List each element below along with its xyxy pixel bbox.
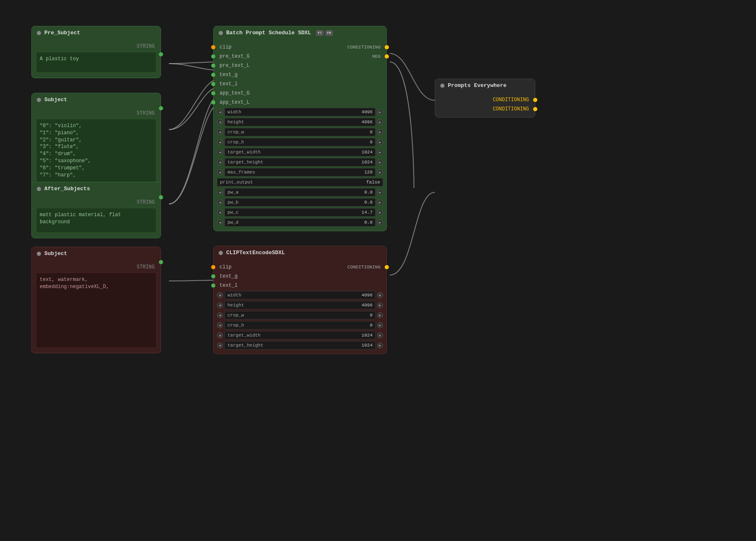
clip-width-dec[interactable]: ◀ [217,292,223,298]
pre-subject-node: Pre_Subject STRING A plastic toy [31,26,161,78]
batch-width-inc[interactable]: ▶ [377,109,383,115]
batch-pw-c-slider[interactable]: ◀ pw_c 14.7 ▶ [214,207,386,217]
batch-height-dec[interactable]: ◀ [217,119,223,125]
batch-clip-port: clip CONDITIONING [214,43,386,52]
clip-crop-h-slider[interactable]: ◀ crop_h 0 ▶ [214,320,386,330]
clip-text-l-port: text_l [214,281,386,290]
clip-target-height-slider[interactable]: ◀ target_height 1024 ▶ [214,340,386,350]
subject-red-string-out[interactable] [159,260,163,264]
clip-text-g-in[interactable] [211,274,215,278]
batch-pw-d-inc[interactable]: ▶ [377,219,383,225]
clip-text-header: CLIPTextEncodeSDXL [214,246,386,259]
batch-target-height-dec[interactable]: ◀ [217,159,223,165]
icon-fn: FN [325,30,333,36]
clip-conditioning-out[interactable] [385,265,389,269]
batch-pw-a-inc[interactable]: ▶ [377,189,383,195]
clip-crop-w-slider[interactable]: ◀ crop_w 0 ▶ [214,310,386,320]
after-subjects-string-out[interactable] [159,195,163,199]
clip-text-clip-in[interactable] [211,265,215,269]
batch-max-frames-inc[interactable]: ▶ [377,169,383,175]
batch-pw-d-dec[interactable]: ◀ [217,219,223,225]
clip-target-height-inc[interactable]: ▶ [377,342,383,348]
clip-height-slider[interactable]: ◀ height 4096 ▶ [214,300,386,310]
batch-width-label: width [227,110,362,115]
batch-crop-h-slider[interactable]: ◀ crop_h 0 ▶ [214,137,386,147]
clip-height-value: 4096 [362,303,373,308]
subject-green-text[interactable]: "0": "violin", "1": "piano", "2": "guita… [36,119,156,182]
clip-target-height-label: target_height [227,343,362,348]
clip-crop-w-label: crop_w [227,313,370,318]
prompts-conditioning-2-out[interactable] [533,107,537,111]
clip-text-l-in[interactable] [211,283,215,288]
clip-height-inc[interactable]: ▶ [377,302,383,308]
batch-pre-text-g-in[interactable] [211,54,215,59]
batch-max-frames-label: max_frames [227,170,364,175]
prompts-everywhere-title: Prompts Everywhere [448,82,506,89]
batch-neg-out[interactable] [385,54,389,59]
batch-conditioning-out[interactable] [385,45,389,49]
pre-subject-string-out[interactable] [159,52,163,56]
after-subjects-title: After_Subjects [44,186,90,192]
clip-text-clip-label: clip [220,264,232,270]
clip-target-width-inc[interactable]: ▶ [377,332,383,338]
batch-clip-in[interactable] [211,45,215,49]
batch-height-inc[interactable]: ▶ [377,119,383,125]
clip-width-inc[interactable]: ▶ [377,292,383,298]
batch-target-width-inc[interactable]: ▶ [377,149,383,155]
batch-crop-h-dec[interactable]: ◀ [217,139,223,145]
batch-pw-b-slider[interactable]: ◀ pw_b 0.0 ▶ [214,197,386,207]
prompts-everywhere-header: Prompts Everywhere [435,79,535,92]
clip-target-width-dec[interactable]: ◀ [217,332,223,338]
subject-red-dot [37,252,41,256]
batch-text-l-in[interactable] [211,82,215,86]
batch-pw-c-dec[interactable]: ◀ [217,209,223,215]
batch-target-height-slider[interactable]: ◀ target_height 1024 ▶ [214,157,386,167]
batch-print-output-label: print_output [220,180,366,185]
batch-pre-text-l-label: pre_text_L [220,63,250,69]
clip-text-title: CLIPTextEncodeSDXL [226,250,285,256]
batch-print-output-row[interactable]: print_output false [214,177,386,187]
batch-crop-w-inc[interactable]: ▶ [377,129,383,135]
batch-target-height-inc[interactable]: ▶ [377,159,383,165]
subject-red-text[interactable]: text, watermark, embedding:negativeXL_D, [36,273,156,348]
batch-neg-out-label: NEG [372,54,381,59]
batch-crop-w-slider[interactable]: ◀ crop_w 0 ▶ [214,127,386,137]
batch-pw-a-slider[interactable]: ◀ pw_a 0.0 ▶ [214,187,386,197]
batch-max-frames-dec[interactable]: ◀ [217,169,223,175]
clip-crop-w-dec[interactable]: ◀ [217,312,223,318]
clip-crop-h-value: 0 [370,323,373,328]
pre-subject-text[interactable]: A plastic toy [36,52,156,73]
prompts-everywhere-dot [440,84,444,88]
batch-width-dec[interactable]: ◀ [217,109,223,115]
clip-height-dec[interactable]: ◀ [217,302,223,308]
clip-target-height-dec[interactable]: ◀ [217,342,223,348]
batch-pw-b-inc[interactable]: ▶ [377,199,383,205]
prompts-conditioning-1-out[interactable] [533,98,537,102]
clip-crop-w-inc[interactable]: ▶ [377,312,383,318]
batch-pw-c-inc[interactable]: ▶ [377,209,383,215]
batch-pre-text-l-in[interactable] [211,64,215,68]
batch-pw-a-dec[interactable]: ◀ [217,189,223,195]
subject-string-out[interactable] [159,106,163,110]
batch-pw-d-slider[interactable]: ◀ pw_d 0.0 ▶ [214,217,386,227]
batch-text-g-in[interactable] [211,73,215,77]
batch-crop-h-inc[interactable]: ▶ [377,139,383,145]
after-subjects-text[interactable]: matt plastic material, flat background [36,208,156,233]
batch-app-text-l-in[interactable] [211,100,215,105]
batch-crop-w-dec[interactable]: ◀ [217,129,223,135]
batch-target-width-slider[interactable]: ◀ target_width 1024 ▶ [214,147,386,157]
batch-target-width-dec[interactable]: ◀ [217,149,223,155]
batch-print-output-value: false [366,180,380,185]
clip-width-slider[interactable]: ◀ width 4096 ▶ [214,290,386,300]
batch-app-text-g-in[interactable] [211,91,215,95]
batch-max-frames-value: 120 [364,170,373,175]
batch-width-slider[interactable]: ◀ width 4096 ▶ [214,107,386,117]
prompts-conditioning-1-label: CONDITIONING [493,97,529,103]
batch-max-frames-slider[interactable]: ◀ max_frames 120 ▶ [214,167,386,177]
clip-crop-h-dec[interactable]: ◀ [217,322,223,328]
batch-pw-b-dec[interactable]: ◀ [217,199,223,205]
batch-height-slider[interactable]: ◀ height 4096 ▶ [214,117,386,127]
clip-crop-h-inc[interactable]: ▶ [377,322,383,328]
batch-text-l-port: text_l [214,79,386,89]
clip-target-width-slider[interactable]: ◀ target_width 1024 ▶ [214,330,386,340]
